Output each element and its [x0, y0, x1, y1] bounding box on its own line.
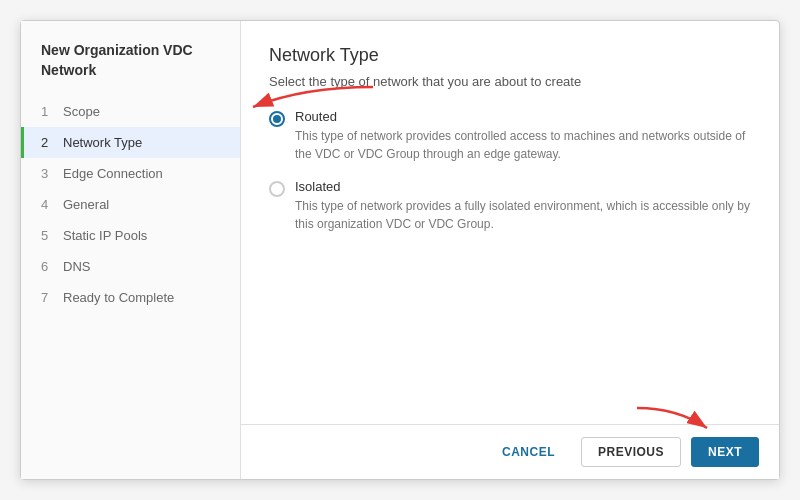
step-number: 7: [41, 290, 55, 305]
step-label: Network Type: [63, 135, 142, 150]
option-label-isolated: Isolated: [295, 179, 751, 194]
previous-button[interactable]: PREVIOUS: [581, 437, 681, 467]
option-isolated[interactable]: IsolatedThis type of network provides a …: [269, 179, 751, 233]
step-number: 3: [41, 166, 55, 181]
sidebar-item-general[interactable]: 4General: [21, 189, 240, 220]
option-text-isolated: IsolatedThis type of network provides a …: [295, 179, 751, 233]
cancel-button[interactable]: CANCEL: [486, 438, 571, 466]
step-number: 6: [41, 259, 55, 274]
step-number: 1: [41, 104, 55, 119]
option-label-routed: Routed: [295, 109, 751, 124]
sidebar-item-edge-connection[interactable]: 3Edge Connection: [21, 158, 240, 189]
step-label: Ready to Complete: [63, 290, 174, 305]
sidebar-item-static-ip-pools[interactable]: 5Static IP Pools: [21, 220, 240, 251]
step-label: Static IP Pools: [63, 228, 147, 243]
option-text-routed: RoutedThis type of network provides cont…: [295, 109, 751, 163]
main-content: Network Type Select the type of network …: [241, 21, 779, 424]
option-routed[interactable]: RoutedThis type of network provides cont…: [269, 109, 751, 163]
radio-routed[interactable]: [269, 111, 285, 127]
sidebar-item-scope[interactable]: 1Scope: [21, 96, 240, 127]
active-indicator: [21, 127, 24, 158]
main-subtitle: Select the type of network that you are …: [269, 74, 751, 89]
main-title: Network Type: [269, 45, 751, 66]
sidebar-item-dns[interactable]: 6DNS: [21, 251, 240, 282]
option-desc-isolated: This type of network provides a fully is…: [295, 197, 751, 233]
sidebar-title: New Organization VDC Network: [21, 41, 240, 96]
sidebar-item-ready-to-complete[interactable]: 7Ready to Complete: [21, 282, 240, 313]
dialog: New Organization VDC Network 1Scope2Netw…: [20, 20, 780, 480]
option-group: RoutedThis type of network provides cont…: [269, 109, 751, 233]
option-desc-routed: This type of network provides controlled…: [295, 127, 751, 163]
step-label: General: [63, 197, 109, 212]
sidebar: New Organization VDC Network 1Scope2Netw…: [21, 21, 241, 479]
next-button[interactable]: NEXT: [691, 437, 759, 467]
dialog-body: New Organization VDC Network 1Scope2Netw…: [21, 21, 779, 479]
radio-isolated[interactable]: [269, 181, 285, 197]
step-label: Scope: [63, 104, 100, 119]
step-number: 5: [41, 228, 55, 243]
step-label: DNS: [63, 259, 90, 274]
step-number: 2: [41, 135, 55, 150]
dialog-footer: CANCEL PREVIOUS NEXT: [241, 424, 779, 479]
sidebar-item-network-type[interactable]: 2Network Type: [21, 127, 240, 158]
content-wrapper: Network Type Select the type of network …: [241, 21, 779, 479]
step-label: Edge Connection: [63, 166, 163, 181]
step-number: 4: [41, 197, 55, 212]
